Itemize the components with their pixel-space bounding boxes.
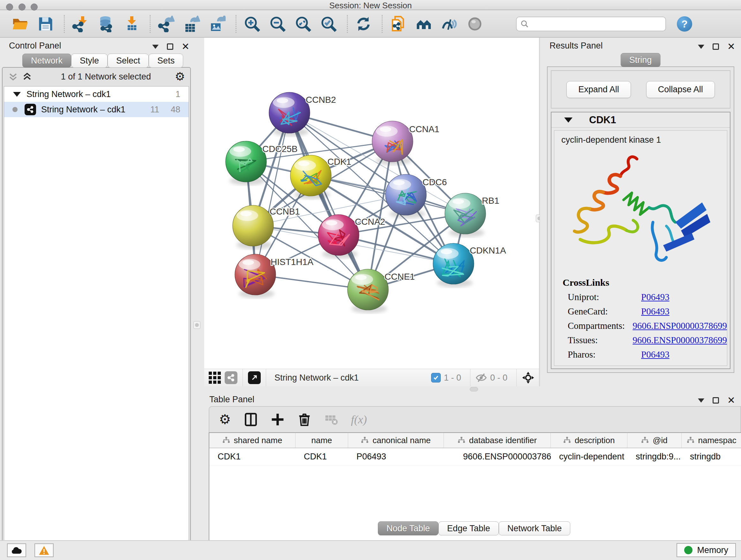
zoom-out-button[interactable] — [268, 15, 287, 33]
preview-network-button[interactable] — [466, 15, 484, 33]
export-image-button[interactable] — [208, 15, 226, 33]
crosslink-link[interactable]: 9606.ENSP00000378699 — [632, 320, 727, 331]
entry-collapse-icon[interactable] — [564, 118, 572, 123]
network-node[interactable]: CDC25B — [226, 141, 297, 185]
column-header-namespace[interactable]: namespac — [682, 433, 741, 448]
help-button[interactable]: ? — [677, 16, 692, 32]
memory-button[interactable]: Memory — [677, 543, 736, 557]
import-network-file-button[interactable] — [71, 15, 90, 33]
node-entry-header[interactable]: CDK1 — [551, 112, 730, 128]
tab-sets[interactable]: Sets — [149, 54, 183, 68]
panel-close-icon[interactable]: ✕ — [182, 44, 190, 50]
crosslink-row: Tissues: 9606.ENSP00000378699 — [554, 333, 727, 348]
expand-all-icon[interactable] — [22, 71, 32, 82]
birds-eye-view-icon[interactable] — [209, 372, 221, 384]
column-type-icon — [687, 436, 694, 444]
column-header-shared-name[interactable]: shared name — [209, 433, 295, 448]
network-node[interactable]: CDKN1A — [433, 243, 506, 287]
crosslink-link[interactable]: 9606.ENSP00000378699 — [632, 335, 727, 346]
delete-column-icon[interactable] — [297, 413, 312, 427]
collapse-all-icon[interactable] — [8, 71, 18, 82]
network-node[interactable]: RB1 — [445, 193, 499, 237]
search-input[interactable] — [531, 19, 659, 28]
panel-float-icon[interactable] — [713, 397, 719, 403]
network-node[interactable]: CCNA2 — [318, 214, 385, 259]
cell-namespace[interactable]: stringdb — [682, 448, 741, 465]
open-session-button[interactable] — [11, 15, 29, 33]
create-column-icon[interactable] — [271, 413, 285, 427]
open-in-window-icon[interactable] — [248, 371, 261, 384]
cell-name[interactable]: CDK1 — [295, 448, 348, 465]
table-options-gear-icon[interactable]: ⚙ — [219, 414, 231, 425]
network-options-gear-icon[interactable]: ⚙ — [175, 71, 185, 82]
crosslink-link[interactable]: P06493 — [641, 306, 670, 317]
column-header-description[interactable]: description — [551, 433, 627, 448]
network-node[interactable]: CCNB2 — [269, 92, 336, 136]
network-node[interactable]: CCNA1 — [372, 121, 440, 165]
export-table-file-button[interactable] — [183, 15, 201, 33]
tab-node-table[interactable]: Node Table — [378, 521, 439, 536]
search-icon — [521, 20, 529, 28]
status-bar: Memory — [0, 540, 741, 560]
zoom-in-button[interactable] — [243, 15, 261, 33]
splitter-handle-left[interactable] — [193, 321, 200, 329]
panel-float-icon[interactable] — [167, 44, 173, 50]
horizontal-splitter[interactable] — [204, 386, 741, 392]
zoom-selected-button[interactable] — [320, 15, 338, 33]
cell-canonical-name[interactable]: P06493 — [348, 448, 444, 465]
network-node[interactable]: HIST1H1A — [235, 254, 313, 298]
column-header-database-identifier[interactable]: database identifier — [444, 433, 551, 448]
panel-close-icon[interactable]: ✕ — [727, 44, 735, 50]
warnings-button[interactable] — [35, 543, 54, 557]
pan-crosshair-icon[interactable] — [522, 371, 535, 384]
apply-layout-button[interactable] — [354, 15, 373, 33]
selected-items-checkbox[interactable] — [431, 373, 441, 382]
tab-select[interactable]: Select — [108, 54, 149, 68]
show-welcome-button[interactable] — [414, 15, 433, 33]
network-canvas[interactable]: CCNB2CCNA1CDC25BCDK1CDC6RB1CCNB1CCNA2CDK… — [204, 38, 539, 369]
network-collection-row[interactable]: String Network – cdk1 1 — [4, 86, 189, 102]
panel-close-icon[interactable]: ✕ — [727, 397, 735, 403]
cloud-status-button[interactable] — [7, 543, 26, 557]
network-row-selected[interactable]: String Network – cdk1 11 48 — [4, 102, 189, 117]
show-column-icon[interactable] — [244, 413, 258, 427]
export-network-file-button[interactable] — [157, 15, 176, 33]
column-header-canonical-name[interactable]: canonical name — [348, 433, 444, 448]
table-tabs: Node Table Edge Table Network Table — [378, 521, 570, 536]
panel-menu-icon[interactable] — [152, 45, 158, 49]
show-hide-graphics-button[interactable] — [440, 15, 459, 33]
collection-expand-icon[interactable] — [13, 92, 21, 97]
clone-network-button[interactable] — [389, 15, 408, 33]
panel-menu-icon[interactable] — [698, 398, 704, 402]
splitter-handle-bottom[interactable] — [470, 387, 478, 391]
import-network-database-button[interactable] — [97, 15, 115, 33]
network-node[interactable]: CCNB1 — [232, 205, 300, 249]
crosslink-link[interactable]: P06493 — [641, 292, 670, 302]
column-header-id[interactable]: @id — [627, 433, 682, 448]
expand-all-button[interactable]: Expand All — [566, 81, 631, 98]
hidden-items-icon[interactable] — [475, 372, 487, 383]
tab-network-table[interactable]: Network Table — [499, 521, 570, 536]
import-table-file-button[interactable] — [122, 15, 141, 33]
column-header-name[interactable]: name — [295, 433, 348, 448]
tab-style[interactable]: Style — [71, 54, 108, 68]
tab-edge-table[interactable]: Edge Table — [439, 521, 499, 536]
cell-description[interactable]: cyclin-dependent ... — [551, 448, 627, 465]
table-row[interactable]: CDK1 CDK1 P06493 9606.ENSP00000378699 cy… — [209, 448, 741, 465]
crosslink-link[interactable]: P06493 — [641, 349, 670, 360]
tab-network[interactable]: Network — [22, 54, 71, 68]
network-node[interactable]: CDC6 — [386, 174, 447, 219]
cell-id[interactable]: stringdb:9... — [627, 448, 682, 465]
network-node[interactable]: CDK1 — [290, 155, 351, 199]
save-session-button[interactable] — [37, 15, 55, 33]
cell-database-identifier[interactable]: 9606.ENSP00000378699 — [444, 448, 551, 465]
panel-float-icon[interactable] — [713, 44, 719, 50]
tab-string[interactable]: String — [621, 53, 661, 67]
collapse-all-button[interactable]: Collapse All — [646, 81, 715, 98]
cell-shared-name[interactable]: CDK1 — [209, 448, 295, 465]
network-node[interactable]: CCNE1 — [347, 269, 415, 313]
node-details-section: CDK1 cyclin-dependent kinase 1 — [551, 112, 731, 369]
toolbar-search[interactable] — [516, 17, 666, 31]
panel-menu-icon[interactable] — [698, 45, 704, 49]
zoom-fit-button[interactable] — [294, 15, 313, 33]
